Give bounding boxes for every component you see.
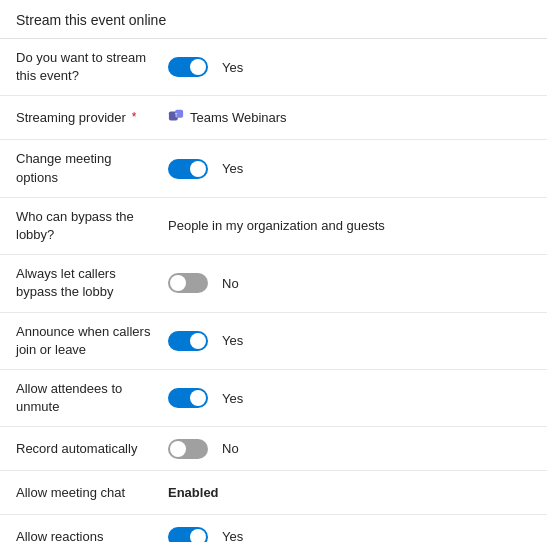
toggle-allow-reactions[interactable] <box>168 527 208 542</box>
settings-row-callers-bypass-lobby: Always let callers bypass the lobbyNo <box>0 255 547 312</box>
value-record-automatically: No <box>160 435 547 463</box>
value-announce-callers: Yes <box>160 327 547 355</box>
toggle-announce-callers[interactable] <box>168 331 208 351</box>
settings-row-announce-callers: Announce when callers join or leaveYes <box>0 313 547 370</box>
toggle-allow-unmute[interactable] <box>168 388 208 408</box>
toggle-label-announce-callers: Yes <box>222 333 243 348</box>
label-bypass-lobby: Who can bypass the lobby? <box>0 204 160 248</box>
value-bypass-lobby: People in my organization and guests <box>160 214 547 237</box>
label-allow-meeting-chat: Allow meeting chat <box>0 480 160 506</box>
provider-wrap: T Teams Webinars <box>168 108 287 127</box>
toggle-callers-bypass-lobby[interactable] <box>168 273 208 293</box>
value-allow-reactions: Yes <box>160 523 547 542</box>
toggle-knob <box>170 441 186 457</box>
label-allow-unmute: Allow attendees to unmute <box>0 376 160 420</box>
value-allow-unmute: Yes <box>160 384 547 412</box>
settings-row-streaming-provider: Streaming provider* T Teams Webinars <box>0 96 547 140</box>
text-value-bypass-lobby: People in my organization and guests <box>168 218 385 233</box>
toggle-stream-event[interactable] <box>168 57 208 77</box>
label-allow-reactions: Allow reactions <box>0 524 160 542</box>
settings-row-bypass-lobby: Who can bypass the lobby?People in my or… <box>0 198 547 255</box>
teams-icon: T <box>168 108 184 127</box>
provider-label: Teams Webinars <box>190 110 287 125</box>
label-stream-event: Do you want to stream this event? <box>0 45 160 89</box>
toggle-knob <box>170 275 186 291</box>
label-record-automatically: Record automatically <box>0 436 160 462</box>
toggle-label-change-meeting-options: Yes <box>222 161 243 176</box>
toggle-change-meeting-options[interactable] <box>168 159 208 179</box>
settings-container: Do you want to stream this event?YesStre… <box>0 39 547 542</box>
toggle-knob <box>190 59 206 75</box>
value-streaming-provider: T Teams Webinars <box>160 104 547 131</box>
toggle-record-automatically[interactable] <box>168 439 208 459</box>
toggle-knob <box>190 529 206 542</box>
label-callers-bypass-lobby: Always let callers bypass the lobby <box>0 261 160 305</box>
toggle-knob <box>190 161 206 177</box>
settings-row-allow-unmute: Allow attendees to unmuteYes <box>0 370 547 427</box>
value-change-meeting-options: Yes <box>160 155 547 183</box>
settings-row-allow-meeting-chat: Allow meeting chatEnabled <box>0 471 547 515</box>
value-allow-meeting-chat: Enabled <box>160 481 547 504</box>
page-title: Stream this event online <box>0 0 547 39</box>
settings-row-record-automatically: Record automaticallyNo <box>0 427 547 471</box>
settings-row-allow-reactions: Allow reactionsYes <box>0 515 547 542</box>
value-stream-event: Yes <box>160 53 547 81</box>
svg-text:T: T <box>175 114 178 119</box>
toggle-label-record-automatically: No <box>222 441 239 456</box>
settings-row-change-meeting-options: Change meeting optionsYes <box>0 140 547 197</box>
text-value-allow-meeting-chat: Enabled <box>168 485 219 500</box>
toggle-knob <box>190 333 206 349</box>
label-change-meeting-options: Change meeting options <box>0 146 160 190</box>
label-announce-callers: Announce when callers join or leave <box>0 319 160 363</box>
toggle-label-stream-event: Yes <box>222 60 243 75</box>
toggle-label-callers-bypass-lobby: No <box>222 276 239 291</box>
settings-row-stream-event: Do you want to stream this event?Yes <box>0 39 547 96</box>
toggle-knob <box>190 390 206 406</box>
label-streaming-provider: Streaming provider* <box>0 105 160 131</box>
toggle-label-allow-reactions: Yes <box>222 529 243 542</box>
value-callers-bypass-lobby: No <box>160 269 547 297</box>
required-star: * <box>132 109 137 126</box>
toggle-label-allow-unmute: Yes <box>222 391 243 406</box>
